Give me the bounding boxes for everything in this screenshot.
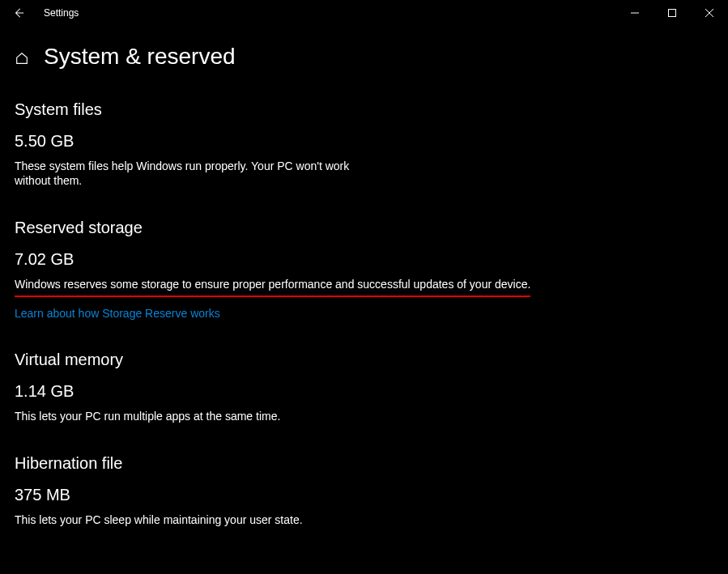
virtual-memory-description: This lets your PC run multiple apps at t… (15, 409, 355, 423)
page-title: System & reserved (44, 44, 236, 70)
hibernation-file-heading: Hibernation file (15, 454, 551, 473)
maximize-button[interactable] (653, 0, 691, 26)
hibernation-file-size: 375 MB (15, 486, 551, 504)
close-icon (705, 9, 713, 17)
title-bar: Settings (0, 0, 728, 26)
reserved-storage-description: Windows reserves some storage to ensure … (15, 277, 530, 296)
virtual-memory-heading: Virtual memory (15, 351, 551, 369)
page-header: System & reserved (0, 26, 728, 70)
system-files-heading: System files (15, 100, 551, 119)
system-files-description: These system files help Windows run prop… (15, 159, 355, 188)
storage-reserve-learn-link[interactable]: Learn about how Storage Reserve works (15, 307, 551, 320)
svg-rect-1 (669, 10, 676, 17)
minimize-button[interactable] (616, 0, 653, 26)
minimize-icon (631, 9, 639, 17)
hibernation-file-description: This lets your PC sleep while maintainin… (15, 512, 355, 527)
system-files-size: 5.50 GB (15, 132, 551, 151)
window-title: Settings (44, 7, 79, 19)
back-arrow-icon (13, 7, 24, 19)
maximize-icon (668, 9, 676, 17)
virtual-memory-section: Virtual memory 1.14 GB This lets your PC… (15, 351, 551, 423)
reserved-storage-section: Reserved storage 7.02 GB Windows reserve… (15, 219, 551, 319)
window-controls (616, 0, 728, 26)
reserved-storage-size: 7.02 GB (15, 250, 551, 269)
close-button[interactable] (691, 0, 728, 26)
content-area: System files 5.50 GB These system files … (0, 70, 551, 527)
system-files-section: System files 5.50 GB These system files … (15, 100, 551, 188)
virtual-memory-size: 1.14 GB (15, 382, 551, 401)
hibernation-file-section: Hibernation file 375 MB This lets your P… (15, 454, 551, 527)
back-button[interactable] (0, 0, 37, 26)
reserved-storage-heading: Reserved storage (15, 219, 551, 237)
home-icon[interactable] (15, 51, 29, 66)
